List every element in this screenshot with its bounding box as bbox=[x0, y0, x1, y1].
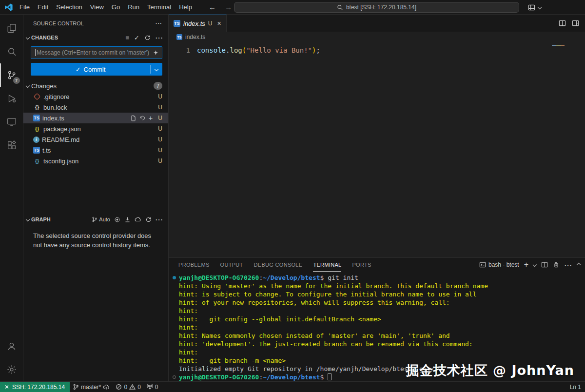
branch-indicator[interactable]: master* bbox=[70, 382, 113, 392]
pick-refs-icon[interactable] bbox=[114, 216, 120, 223]
tab-index-ts[interactable]: TS index.ts U × bbox=[169, 15, 227, 32]
graph-more-actions-icon[interactable]: ··· bbox=[156, 216, 163, 223]
customize-layout-icon[interactable] bbox=[528, 4, 535, 11]
file-row[interactable]: {}tsconfig.jsonU bbox=[23, 156, 168, 166]
maximize-panel-icon[interactable] bbox=[577, 263, 581, 267]
graph-section-header[interactable]: GRAPH Auto ··· bbox=[23, 214, 168, 225]
fetch-icon[interactable] bbox=[124, 216, 131, 223]
menu-selection[interactable]: Selection bbox=[52, 2, 86, 12]
commit-dropdown-icon[interactable] bbox=[151, 63, 162, 76]
terminal-line: hint: 'development'. The just-created br… bbox=[173, 340, 585, 348]
refresh-graph-icon[interactable] bbox=[145, 216, 152, 223]
discard-changes-icon[interactable] bbox=[139, 115, 146, 121]
changes-more-actions-icon[interactable]: ··· bbox=[156, 34, 163, 41]
panel-tab-problems[interactable]: PROBLEMS bbox=[178, 258, 210, 272]
terminal-cursor bbox=[328, 373, 332, 380]
terminal-line: hint: Using 'master' as the name for the… bbox=[173, 282, 585, 290]
commit-message-input[interactable]: Message (Ctrl+Enter to commit on 'master… bbox=[31, 46, 162, 59]
generate-commit-message-icon[interactable] bbox=[153, 50, 159, 56]
file-row[interactable]: TSindex.ts+U bbox=[23, 113, 168, 123]
panel-tab-output[interactable]: OUTPUT bbox=[220, 258, 243, 272]
remote-explorer-icon[interactable] bbox=[0, 110, 23, 134]
breadcrumb[interactable]: TS index.ts bbox=[169, 32, 585, 42]
search-icon bbox=[337, 4, 343, 11]
layout-dropdown-icon[interactable] bbox=[538, 5, 542, 9]
cloud-sync-icon[interactable] bbox=[135, 216, 141, 223]
cursor-position[interactable]: Ln 1 bbox=[567, 382, 585, 392]
scm-more-actions-icon[interactable]: ··· bbox=[156, 20, 162, 26]
remote-indicator[interactable]: SSH: 172.20.185.14 bbox=[0, 382, 70, 392]
kill-terminal-icon[interactable] bbox=[553, 261, 560, 268]
terminal-dropdown-icon[interactable] bbox=[533, 263, 537, 267]
check-icon: ✓ bbox=[76, 66, 81, 73]
commit-button[interactable]: ✓ Commit bbox=[31, 63, 162, 76]
terminal-line: hint: bbox=[173, 348, 585, 356]
explorer-icon[interactable] bbox=[0, 17, 23, 40]
changes-section-header[interactable]: CHANGES ≡ ✓ ··· bbox=[23, 32, 168, 43]
open-file-icon[interactable] bbox=[130, 115, 136, 121]
menu-bar: FileEditSelectionViewGoRunTerminalHelp bbox=[16, 2, 196, 12]
commit-check-icon[interactable]: ✓ bbox=[134, 34, 139, 41]
file-row[interactable]: {}package.jsonU bbox=[23, 123, 168, 134]
terminal-profile[interactable]: bash - btest bbox=[479, 261, 519, 268]
forward-arrow-icon[interactable]: → bbox=[225, 3, 232, 11]
view-as-list-icon[interactable]: ≡ bbox=[126, 34, 130, 41]
terminal-line: hint: is subject to change. To configure… bbox=[173, 290, 585, 298]
terminal-line: hint: bbox=[173, 323, 585, 332]
command-decoration-icon[interactable] bbox=[173, 276, 176, 279]
menu-file[interactable]: File bbox=[16, 2, 34, 12]
file-name: index.ts bbox=[42, 115, 64, 122]
terminal-line: yanjh@DESKTOP-OG70260:~/Develop/btest$ g… bbox=[173, 274, 585, 282]
changes-root-row[interactable]: Changes 7 bbox=[23, 80, 168, 91]
new-terminal-icon[interactable]: + bbox=[524, 262, 528, 268]
terminal-line: hint: Names commonly chosen instead of '… bbox=[173, 332, 585, 340]
menu-go[interactable]: Go bbox=[108, 2, 124, 12]
extensions-icon[interactable] bbox=[0, 134, 23, 157]
menu-run[interactable]: Run bbox=[124, 2, 143, 12]
menu-terminal[interactable]: Terminal bbox=[143, 2, 175, 12]
ports-indicator[interactable]: 0 bbox=[144, 382, 161, 392]
refresh-icon[interactable] bbox=[144, 35, 151, 41]
editor-content[interactable]: 1 console.log("Hello via Bun!"); bbox=[169, 42, 585, 257]
editor-tab-bar: TS index.ts U × bbox=[169, 15, 585, 32]
json-file-icon: {} bbox=[33, 125, 41, 132]
split-terminal-icon[interactable] bbox=[541, 261, 548, 268]
typescript-file-icon: TS bbox=[33, 147, 40, 154]
tsconfig-file-icon: {} bbox=[33, 157, 41, 164]
menu-edit[interactable]: Edit bbox=[34, 2, 52, 12]
menu-help[interactable]: Help bbox=[175, 2, 196, 12]
command-decoration-icon[interactable] bbox=[173, 375, 176, 379]
readme-info-icon: i bbox=[33, 137, 39, 143]
tree-collapse-icon bbox=[26, 84, 30, 88]
panel-tab-terminal[interactable]: TERMINAL bbox=[313, 258, 341, 272]
menu-view[interactable]: View bbox=[86, 2, 108, 12]
problems-indicator[interactable]: 0 0 bbox=[113, 382, 143, 392]
code-line: console.log("Hello via Bun!"); bbox=[197, 45, 320, 55]
typescript-file-icon: TS bbox=[33, 115, 40, 121]
command-center-search[interactable]: btest [SSH: 172.20.185.14] bbox=[234, 2, 519, 13]
source-control-icon[interactable]: 7 bbox=[0, 63, 23, 87]
run-debug-icon[interactable] bbox=[0, 87, 23, 110]
minimap[interactable] bbox=[552, 45, 565, 46]
accounts-icon[interactable] bbox=[0, 334, 23, 358]
graph-auto-toggle[interactable]: Auto bbox=[92, 216, 110, 222]
editor-layout-icon[interactable] bbox=[572, 20, 579, 27]
panel-tab-debug-console[interactable]: DEBUG CONSOLE bbox=[254, 258, 303, 272]
stage-changes-icon[interactable]: + bbox=[149, 116, 153, 120]
file-row[interactable]: {}bun.lockU bbox=[23, 102, 168, 113]
back-arrow-icon[interactable]: ← bbox=[209, 3, 216, 11]
search-view-icon[interactable] bbox=[0, 40, 23, 63]
activity-bar: 7 bbox=[0, 15, 23, 381]
panel-more-actions-icon[interactable]: ··· bbox=[565, 261, 572, 269]
file-row[interactable]: TSt.tsU bbox=[23, 145, 168, 156]
settings-gear-icon[interactable] bbox=[0, 358, 23, 381]
file-name: .gitignore bbox=[43, 93, 69, 100]
close-tab-icon[interactable]: × bbox=[217, 20, 221, 27]
section-collapse-icon bbox=[26, 36, 30, 39]
publish-branch-icon[interactable] bbox=[103, 384, 110, 391]
panel-tab-ports[interactable]: PORTS bbox=[352, 258, 371, 272]
file-row[interactable]: .gitignoreU bbox=[23, 91, 168, 102]
split-editor-icon[interactable] bbox=[559, 20, 566, 27]
remote-icon bbox=[4, 384, 10, 390]
file-row[interactable]: iREADME.mdU bbox=[23, 134, 168, 145]
